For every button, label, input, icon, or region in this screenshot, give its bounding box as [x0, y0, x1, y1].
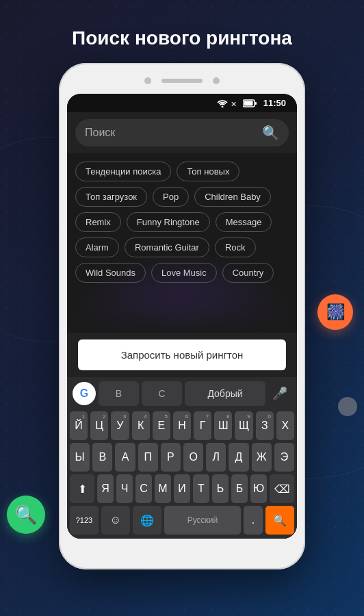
status-time: 11:50	[263, 98, 286, 108]
backspace-key[interactable]: ⌫	[270, 474, 294, 503]
key-sch[interactable]: 9Щ	[235, 411, 252, 440]
keyboard-row-1: 1Й 2Ц 3У 4К 5Е 6Н 7Г 8Ш 9Щ 0З Х	[67, 410, 297, 441]
numbers-key[interactable]: ?123	[70, 506, 99, 535]
status-bar: ✕ 11:50	[67, 94, 297, 112]
key-k[interactable]: 4К	[132, 411, 150, 440]
key-d[interactable]: Д	[229, 443, 248, 472]
svg-rect-3	[255, 102, 257, 105]
svg-rect-4	[244, 101, 252, 105]
keyboard-row-3: ⬆ Я Ч С М И Т Ь Б Ю ⌫	[67, 473, 297, 504]
keyboard-bottom-row: ?123 ☺ 🌐 Русский . 🔍	[67, 504, 297, 539]
status-icons: ✕ 11:50	[217, 98, 286, 108]
floating-search-button[interactable]: 🔍	[7, 496, 45, 534]
suggestion-c[interactable]: С	[142, 381, 182, 406]
key-b[interactable]: Б	[231, 474, 248, 503]
google-key[interactable]: G	[73, 382, 96, 405]
key-yu[interactable]: Ю	[250, 474, 267, 503]
phone-camera	[144, 77, 151, 84]
tag-remix[interactable]: Remix	[75, 212, 121, 232]
key-yi[interactable]: Ы	[70, 443, 90, 472]
key-a[interactable]: А	[115, 443, 135, 472]
tag-top-new[interactable]: Топ новых	[177, 162, 239, 181]
key-sh[interactable]: 8Ш	[214, 411, 232, 440]
key-y[interactable]: 1Й	[70, 411, 88, 440]
globe-key[interactable]: 🌐	[133, 506, 161, 535]
battery-icon	[243, 99, 257, 107]
search-area: Поиск 🔍	[67, 112, 297, 153]
key-t[interactable]: Т	[193, 474, 209, 503]
key-r[interactable]: Р	[161, 443, 181, 472]
key-ch[interactable]: Ч	[116, 474, 133, 503]
shift-key[interactable]: ⬆	[70, 474, 94, 503]
key-n[interactable]: 6Н	[173, 411, 191, 440]
key-p[interactable]: П	[138, 443, 158, 472]
period-key[interactable]: .	[244, 506, 263, 535]
key-o[interactable]: О	[183, 443, 203, 472]
search-placeholder: Поиск	[85, 127, 255, 139]
key-v[interactable]: В	[92, 443, 112, 472]
phone-screen: ✕ 11:50 Поиск 🔍 Тен	[67, 94, 297, 539]
phone-camera-2	[213, 77, 220, 84]
tag-funny-ringtone[interactable]: Funny Ringtone	[127, 212, 210, 232]
key-u[interactable]: 3У	[111, 411, 129, 440]
request-ringtone-button[interactable]: Запросить новый рингтон	[78, 339, 286, 370]
emoji-key[interactable]: ☺	[101, 506, 130, 535]
key-z[interactable]: 0З	[256, 411, 274, 440]
key-l[interactable]: Л	[206, 443, 226, 472]
tag-children-baby[interactable]: Children Baby	[194, 187, 271, 207]
fireworks-fab-button[interactable]: 🎆	[317, 294, 353, 330]
search-submit-icon[interactable]: 🔍	[262, 125, 279, 141]
phone-speaker	[161, 79, 203, 83]
tag-top-downloads[interactable]: Топ загрузок	[75, 187, 147, 207]
request-btn-area: Запросить новый рингтон	[67, 333, 297, 377]
signal-x-icon: ✕	[231, 99, 240, 107]
wifi-icon	[217, 99, 228, 107]
key-soft-sign[interactable]: Ь	[212, 474, 229, 503]
tag-message[interactable]: Message	[216, 212, 272, 232]
key-i[interactable]: И	[174, 474, 190, 503]
key-g[interactable]: 7Г	[194, 411, 211, 440]
keyboard-search-key[interactable]: 🔍	[265, 506, 294, 535]
key-e[interactable]: Э	[274, 443, 294, 472]
svg-text:✕: ✕	[231, 100, 237, 107]
tag-trends[interactable]: Тенденции поиска	[75, 162, 171, 181]
tags-area: Тенденции поиска Топ новых Топ загрузок …	[67, 153, 297, 333]
tags-bg-glow	[67, 251, 297, 333]
key-m[interactable]: М	[155, 474, 171, 503]
phone-top-bezel	[67, 71, 297, 90]
key-h[interactable]: Х	[276, 411, 294, 440]
keyboard-suggestions-row: G В С Добрый 🎤	[67, 377, 297, 410]
gray-dot-decoration	[338, 397, 357, 416]
phone-frame: ✕ 11:50 Поиск 🔍 Тен	[59, 63, 305, 569]
key-s[interactable]: С	[135, 474, 152, 503]
key-zh[interactable]: Ж	[252, 443, 272, 472]
tag-row-1: Тенденции поиска Топ новых	[75, 162, 289, 181]
suggestion-word[interactable]: Добрый	[185, 381, 265, 406]
mic-icon[interactable]: 🎤	[268, 382, 291, 405]
tag-row-2: Топ загрузок Pop Children Baby	[75, 187, 289, 207]
key-ya[interactable]: Я	[97, 474, 114, 503]
keyboard-row-2: Ы В А П Р О Л Д Ж Э	[67, 441, 297, 473]
tag-row-3: Remix Funny Ringtone Message	[75, 212, 289, 232]
keyboard-area: G В С Добрый 🎤 1Й 2Ц 3У 4К 5Е 6Н 7Г 8Ш 9…	[67, 377, 297, 539]
suggestion-b[interactable]: В	[99, 381, 139, 406]
tag-pop[interactable]: Pop	[153, 187, 189, 207]
key-ts[interactable]: 2Ц	[90, 411, 108, 440]
key-ye[interactable]: 5Е	[153, 411, 170, 440]
space-key[interactable]: Русский	[164, 506, 241, 535]
page-title: Поиск нового рингтона	[72, 27, 292, 49]
search-bar[interactable]: Поиск 🔍	[75, 119, 289, 146]
svg-point-0	[221, 105, 223, 107]
